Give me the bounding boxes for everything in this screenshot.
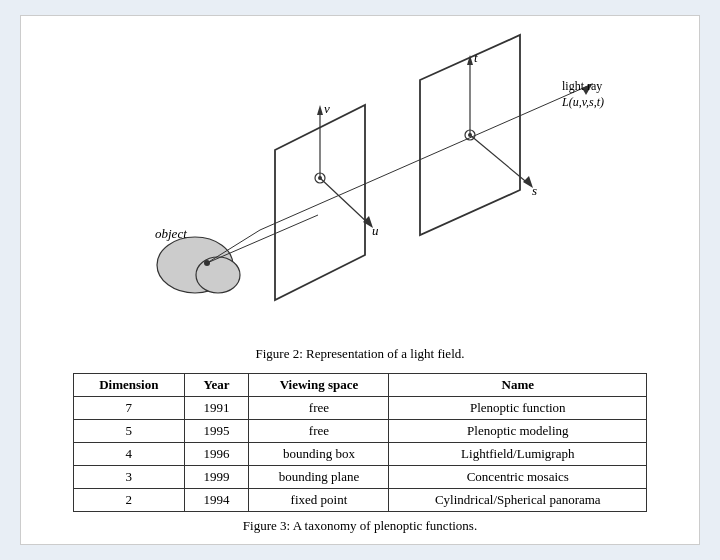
table-cell: 1995 <box>184 420 249 443</box>
table-cell: fixed point <box>249 489 389 512</box>
table-cell: 1994 <box>184 489 249 512</box>
svg-point-1 <box>196 257 240 293</box>
table-cell: 1996 <box>184 443 249 466</box>
svg-line-22 <box>260 85 590 230</box>
svg-text:u: u <box>372 223 379 238</box>
svg-text:s: s <box>532 183 537 198</box>
svg-marker-8 <box>317 105 323 115</box>
svg-line-19 <box>470 135 530 185</box>
svg-line-3 <box>207 215 318 263</box>
col-header-name: Name <box>389 374 647 397</box>
table-row: 41996bounding boxLightfield/Lumigraph <box>73 443 646 466</box>
table-cell: 1991 <box>184 397 249 420</box>
taxonomy-table: Dimension Year Viewing space Name 71991f… <box>73 373 647 512</box>
table-cell: Lightfield/Lumigraph <box>389 443 647 466</box>
table-cell: free <box>249 397 389 420</box>
figure3-caption: Figure 3: A taxonomy of plenoptic functi… <box>243 518 477 534</box>
table-cell: Cylindrical/Spherical panorama <box>389 489 647 512</box>
table-row: 21994fixed pointCylindrical/Spherical pa… <box>73 489 646 512</box>
table-cell: 7 <box>73 397 184 420</box>
table-cell: bounding plane <box>249 466 389 489</box>
table-cell: 2 <box>73 489 184 512</box>
table-row: 51995freePlenoptic modeling <box>73 420 646 443</box>
table-cell: Plenoptic modeling <box>389 420 647 443</box>
table-cell: Plenoptic function <box>389 397 647 420</box>
light-field-diagram: object v u <box>100 30 620 340</box>
col-header-year: Year <box>184 374 249 397</box>
table-cell: 5 <box>73 420 184 443</box>
svg-text:v: v <box>324 101 330 116</box>
table-cell: free <box>249 420 389 443</box>
table-cell: 4 <box>73 443 184 466</box>
table-cell: 3 <box>73 466 184 489</box>
svg-text:t: t <box>474 50 478 65</box>
col-header-dimension: Dimension <box>73 374 184 397</box>
col-header-viewing-space: Viewing space <box>249 374 389 397</box>
table-cell: bounding box <box>249 443 389 466</box>
table-row: 31999bounding planeConcentric mosaics <box>73 466 646 489</box>
table-cell: 1999 <box>184 466 249 489</box>
table-row: 71991freePlenoptic function <box>73 397 646 420</box>
svg-text:L(u,v,s,t): L(u,v,s,t) <box>561 95 604 109</box>
table-header-row: Dimension Year Viewing space Name <box>73 374 646 397</box>
object-label: object <box>155 226 187 241</box>
page: object v u <box>20 15 700 545</box>
figure2-caption: Figure 2: Representation of a light fiel… <box>255 346 464 362</box>
diagram-area: object v u <box>41 26 679 373</box>
light-ray-label: light ray <box>562 79 602 93</box>
table-wrapper: Dimension Year Viewing space Name 71991f… <box>41 373 679 534</box>
table-cell: Concentric mosaics <box>389 466 647 489</box>
